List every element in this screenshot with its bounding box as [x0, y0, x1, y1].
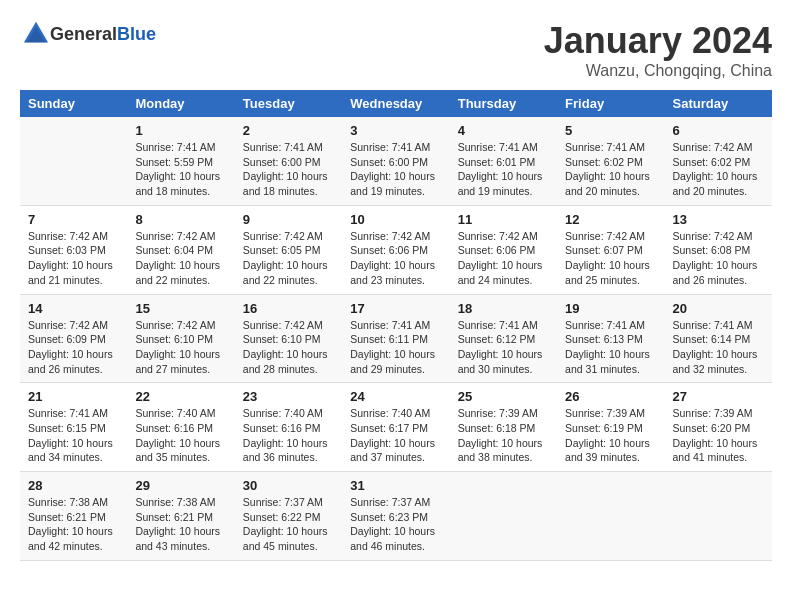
month-title: January 2024 [544, 20, 772, 62]
day-info: Sunrise: 7:42 AMSunset: 6:06 PMDaylight:… [458, 229, 549, 288]
calendar-table: SundayMondayTuesdayWednesdayThursdayFrid… [20, 90, 772, 561]
calendar-cell: 12Sunrise: 7:42 AMSunset: 6:07 PMDayligh… [557, 205, 664, 294]
day-info: Sunrise: 7:41 AMSunset: 6:13 PMDaylight:… [565, 318, 656, 377]
day-number: 17 [350, 301, 441, 316]
day-number: 18 [458, 301, 549, 316]
weekday-header-saturday: Saturday [665, 90, 772, 117]
calendar-cell: 11Sunrise: 7:42 AMSunset: 6:06 PMDayligh… [450, 205, 557, 294]
day-info: Sunrise: 7:40 AMSunset: 6:17 PMDaylight:… [350, 406, 441, 465]
day-info: Sunrise: 7:42 AMSunset: 6:07 PMDaylight:… [565, 229, 656, 288]
day-info: Sunrise: 7:41 AMSunset: 6:15 PMDaylight:… [28, 406, 119, 465]
calendar-cell [665, 472, 772, 561]
calendar-cell: 18Sunrise: 7:41 AMSunset: 6:12 PMDayligh… [450, 294, 557, 383]
calendar-cell: 22Sunrise: 7:40 AMSunset: 6:16 PMDayligh… [127, 383, 234, 472]
calendar-cell [450, 472, 557, 561]
day-number: 27 [673, 389, 764, 404]
day-number: 12 [565, 212, 656, 227]
day-info: Sunrise: 7:42 AMSunset: 6:08 PMDaylight:… [673, 229, 764, 288]
day-number: 26 [565, 389, 656, 404]
calendar-cell: 8Sunrise: 7:42 AMSunset: 6:04 PMDaylight… [127, 205, 234, 294]
day-info: Sunrise: 7:42 AMSunset: 6:05 PMDaylight:… [243, 229, 334, 288]
calendar-week-row: 7Sunrise: 7:42 AMSunset: 6:03 PMDaylight… [20, 205, 772, 294]
day-info: Sunrise: 7:42 AMSunset: 6:04 PMDaylight:… [135, 229, 226, 288]
day-info: Sunrise: 7:41 AMSunset: 6:14 PMDaylight:… [673, 318, 764, 377]
day-number: 2 [243, 123, 334, 138]
calendar-cell: 7Sunrise: 7:42 AMSunset: 6:03 PMDaylight… [20, 205, 127, 294]
calendar-cell: 17Sunrise: 7:41 AMSunset: 6:11 PMDayligh… [342, 294, 449, 383]
day-info: Sunrise: 7:41 AMSunset: 5:59 PMDaylight:… [135, 140, 226, 199]
day-number: 11 [458, 212, 549, 227]
calendar-cell: 14Sunrise: 7:42 AMSunset: 6:09 PMDayligh… [20, 294, 127, 383]
calendar-cell: 21Sunrise: 7:41 AMSunset: 6:15 PMDayligh… [20, 383, 127, 472]
day-number: 10 [350, 212, 441, 227]
calendar-cell: 3Sunrise: 7:41 AMSunset: 6:00 PMDaylight… [342, 117, 449, 205]
day-info: Sunrise: 7:41 AMSunset: 6:00 PMDaylight:… [243, 140, 334, 199]
calendar-cell: 1Sunrise: 7:41 AMSunset: 5:59 PMDaylight… [127, 117, 234, 205]
day-number: 4 [458, 123, 549, 138]
day-info: Sunrise: 7:37 AMSunset: 6:23 PMDaylight:… [350, 495, 441, 554]
day-info: Sunrise: 7:42 AMSunset: 6:10 PMDaylight:… [243, 318, 334, 377]
logo: GeneralBlue [20, 20, 156, 48]
day-number: 23 [243, 389, 334, 404]
day-info: Sunrise: 7:38 AMSunset: 6:21 PMDaylight:… [28, 495, 119, 554]
day-info: Sunrise: 7:39 AMSunset: 6:18 PMDaylight:… [458, 406, 549, 465]
calendar-cell: 13Sunrise: 7:42 AMSunset: 6:08 PMDayligh… [665, 205, 772, 294]
calendar-cell: 31Sunrise: 7:37 AMSunset: 6:23 PMDayligh… [342, 472, 449, 561]
logo-text-general: General [50, 24, 117, 44]
calendar-cell: 26Sunrise: 7:39 AMSunset: 6:19 PMDayligh… [557, 383, 664, 472]
day-number: 20 [673, 301, 764, 316]
day-number: 7 [28, 212, 119, 227]
day-info: Sunrise: 7:39 AMSunset: 6:19 PMDaylight:… [565, 406, 656, 465]
weekday-header-sunday: Sunday [20, 90, 127, 117]
day-number: 13 [673, 212, 764, 227]
calendar-cell: 29Sunrise: 7:38 AMSunset: 6:21 PMDayligh… [127, 472, 234, 561]
weekday-header-wednesday: Wednesday [342, 90, 449, 117]
weekday-header-tuesday: Tuesday [235, 90, 342, 117]
calendar-week-row: 21Sunrise: 7:41 AMSunset: 6:15 PMDayligh… [20, 383, 772, 472]
day-info: Sunrise: 7:39 AMSunset: 6:20 PMDaylight:… [673, 406, 764, 465]
day-info: Sunrise: 7:42 AMSunset: 6:09 PMDaylight:… [28, 318, 119, 377]
calendar-cell: 20Sunrise: 7:41 AMSunset: 6:14 PMDayligh… [665, 294, 772, 383]
title-section: January 2024 Wanzu, Chongqing, China [544, 20, 772, 80]
day-info: Sunrise: 7:37 AMSunset: 6:22 PMDaylight:… [243, 495, 334, 554]
day-info: Sunrise: 7:38 AMSunset: 6:21 PMDaylight:… [135, 495, 226, 554]
calendar-cell: 23Sunrise: 7:40 AMSunset: 6:16 PMDayligh… [235, 383, 342, 472]
day-number: 16 [243, 301, 334, 316]
day-number: 30 [243, 478, 334, 493]
day-info: Sunrise: 7:41 AMSunset: 6:11 PMDaylight:… [350, 318, 441, 377]
day-number: 29 [135, 478, 226, 493]
day-info: Sunrise: 7:41 AMSunset: 6:00 PMDaylight:… [350, 140, 441, 199]
calendar-cell: 28Sunrise: 7:38 AMSunset: 6:21 PMDayligh… [20, 472, 127, 561]
day-info: Sunrise: 7:41 AMSunset: 6:01 PMDaylight:… [458, 140, 549, 199]
day-number: 3 [350, 123, 441, 138]
weekday-header-thursday: Thursday [450, 90, 557, 117]
calendar-week-row: 14Sunrise: 7:42 AMSunset: 6:09 PMDayligh… [20, 294, 772, 383]
calendar-week-row: 1Sunrise: 7:41 AMSunset: 5:59 PMDaylight… [20, 117, 772, 205]
day-number: 22 [135, 389, 226, 404]
day-info: Sunrise: 7:41 AMSunset: 6:12 PMDaylight:… [458, 318, 549, 377]
day-number: 9 [243, 212, 334, 227]
calendar-cell: 10Sunrise: 7:42 AMSunset: 6:06 PMDayligh… [342, 205, 449, 294]
calendar-cell: 19Sunrise: 7:41 AMSunset: 6:13 PMDayligh… [557, 294, 664, 383]
day-info: Sunrise: 7:42 AMSunset: 6:06 PMDaylight:… [350, 229, 441, 288]
day-info: Sunrise: 7:40 AMSunset: 6:16 PMDaylight:… [135, 406, 226, 465]
day-number: 15 [135, 301, 226, 316]
day-number: 24 [350, 389, 441, 404]
calendar-cell: 25Sunrise: 7:39 AMSunset: 6:18 PMDayligh… [450, 383, 557, 472]
day-number: 5 [565, 123, 656, 138]
calendar-cell: 5Sunrise: 7:41 AMSunset: 6:02 PMDaylight… [557, 117, 664, 205]
calendar-cell: 27Sunrise: 7:39 AMSunset: 6:20 PMDayligh… [665, 383, 772, 472]
calendar-cell [557, 472, 664, 561]
page-header: GeneralBlue January 2024 Wanzu, Chongqin… [20, 20, 772, 80]
calendar-cell: 4Sunrise: 7:41 AMSunset: 6:01 PMDaylight… [450, 117, 557, 205]
day-number: 6 [673, 123, 764, 138]
calendar-cell: 6Sunrise: 7:42 AMSunset: 6:02 PMDaylight… [665, 117, 772, 205]
calendar-cell [20, 117, 127, 205]
day-info: Sunrise: 7:42 AMSunset: 6:02 PMDaylight:… [673, 140, 764, 199]
day-number: 28 [28, 478, 119, 493]
calendar-cell: 30Sunrise: 7:37 AMSunset: 6:22 PMDayligh… [235, 472, 342, 561]
day-info: Sunrise: 7:42 AMSunset: 6:03 PMDaylight:… [28, 229, 119, 288]
calendar-cell: 15Sunrise: 7:42 AMSunset: 6:10 PMDayligh… [127, 294, 234, 383]
calendar-cell: 16Sunrise: 7:42 AMSunset: 6:10 PMDayligh… [235, 294, 342, 383]
calendar-cell: 9Sunrise: 7:42 AMSunset: 6:05 PMDaylight… [235, 205, 342, 294]
